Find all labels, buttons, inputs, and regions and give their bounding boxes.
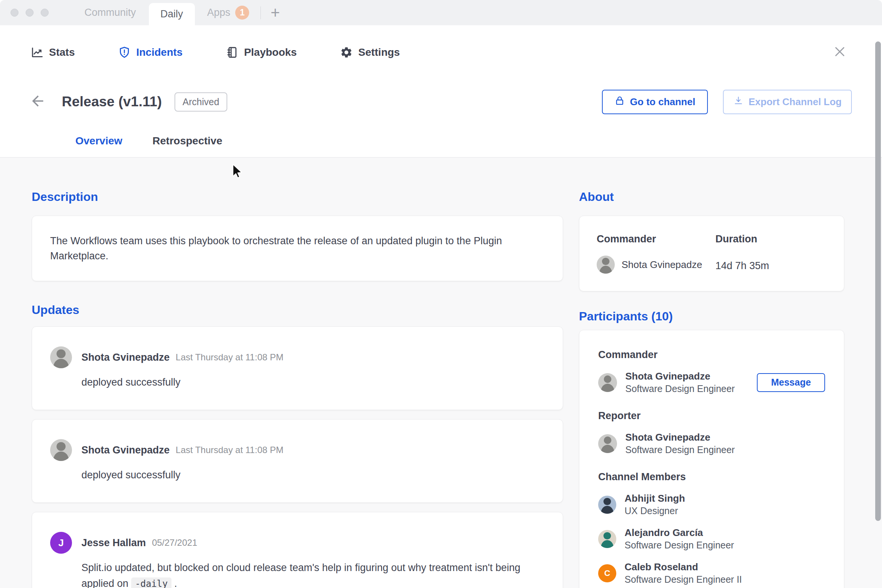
member-row: Abhijit Singh UX Designer — [598, 492, 825, 517]
update-post: Shota Gvinepadze Last Thursday at 11:08 … — [32, 326, 563, 410]
traffic-lights — [0, 0, 60, 25]
avatar — [598, 530, 616, 548]
avatar — [50, 346, 72, 368]
commander-name[interactable]: Shota Gvinepadze — [622, 259, 702, 271]
incident-header: Release (v1.11) Archived Go to channel E… — [0, 79, 882, 124]
inline-code: -daily — [131, 577, 172, 588]
member-role: Software Design Engineer — [625, 539, 734, 551]
message-button[interactable]: Message — [757, 373, 825, 392]
post-timestamp: Last Thursday at 11:08 PM — [176, 445, 283, 455]
participant-role: Software Design Engineer — [625, 444, 735, 456]
close-button[interactable] — [833, 45, 847, 60]
download-icon — [733, 95, 744, 109]
server-tab-apps[interactable]: Apps 1 — [195, 0, 261, 25]
nav-playbooks[interactable]: Playbooks — [226, 46, 297, 59]
update-post: J Jesse Hallam 05/27/2021 Split.io updat… — [32, 512, 563, 588]
description-card: The Workflows team uses this playbook to… — [32, 216, 563, 281]
close-icon — [833, 53, 847, 60]
page-title: Release (v1.11) — [62, 94, 162, 110]
new-tab-button[interactable]: + — [261, 0, 290, 25]
go-to-channel-button[interactable]: Go to channel — [602, 90, 708, 114]
member-row: Alejandro García Software Design Enginee… — [598, 526, 825, 551]
participant-row: Shota Gvinepadze Software Design Enginee… — [598, 431, 825, 456]
nav-stats-label: Stats — [49, 46, 75, 58]
commander-label: Commander — [598, 349, 825, 361]
participants-heading: Participants (10) — [579, 309, 844, 324]
post-timestamp: Last Thursday at 11:08 PM — [176, 352, 283, 363]
server-tab-apps-label: Apps — [207, 7, 231, 18]
channel-members-label: Channel Members — [598, 471, 825, 483]
go-to-channel-label: Go to channel — [630, 96, 695, 108]
incident-tabs: Overview Retrospective — [0, 124, 882, 158]
nav-settings-label: Settings — [358, 46, 400, 58]
shield-alert-icon — [118, 46, 131, 59]
avatar — [598, 373, 617, 392]
reporter-label: Reporter — [598, 410, 825, 422]
post-text: Split.io updated, but blocked on cloud r… — [81, 560, 545, 588]
description-heading: Description — [32, 189, 563, 204]
post-text: deployed successfully — [81, 374, 545, 390]
member-name[interactable]: Abhijit Singh — [625, 492, 685, 505]
window-zoom-light[interactable] — [41, 9, 49, 17]
about-heading: About — [579, 189, 844, 204]
nav-settings[interactable]: Settings — [340, 46, 400, 59]
avatar — [598, 434, 617, 453]
avatar: C — [598, 564, 616, 582]
gear-icon — [340, 46, 353, 59]
update-post: Shota Gvinepadze Last Thursday at 11:08 … — [32, 419, 563, 503]
mention-badge: 1 — [235, 6, 249, 20]
chart-line-icon — [31, 46, 44, 59]
participants-card: Commander Shota Gvinepadze Software Desi… — [579, 330, 844, 588]
participant-name[interactable]: Shota Gvinepadze — [625, 370, 735, 383]
export-channel-log-label: Export Channel Log — [749, 96, 842, 108]
scrollbar-thumb[interactable] — [875, 41, 881, 521]
avatar: J — [50, 532, 72, 554]
avatar — [50, 439, 72, 461]
playbook-icon — [226, 46, 239, 59]
window-titlebar: Community Daily Apps 1 + — [0, 0, 882, 25]
member-name[interactable]: Caleb Roseland — [625, 560, 742, 573]
updates-heading: Updates — [32, 302, 563, 317]
member-name[interactable]: Alejandro García — [625, 526, 734, 539]
avatar — [597, 256, 615, 274]
post-author[interactable]: Shota Gvinepadze — [81, 444, 170, 456]
post-author[interactable]: Shota Gvinepadze — [81, 352, 170, 363]
member-role: Software Design Engineer II — [625, 573, 742, 586]
archived-badge: Archived — [175, 92, 227, 112]
avatar — [598, 496, 616, 514]
window-close-light[interactable] — [11, 9, 18, 17]
nav-playbooks-label: Playbooks — [244, 46, 297, 58]
overview-content: Description The Workflows team uses this… — [0, 158, 882, 588]
post-text: deployed successfully — [81, 467, 545, 483]
back-button[interactable] — [29, 93, 46, 111]
export-channel-log-button[interactable]: Export Channel Log — [723, 90, 852, 114]
duration-value: 14d 7h 35m — [715, 260, 769, 272]
participant-name[interactable]: Shota Gvinepadze — [625, 431, 735, 444]
post-text-segment: . — [174, 578, 177, 588]
server-tab-community[interactable]: Community — [60, 0, 149, 25]
member-role: UX Designer — [625, 505, 685, 517]
nav-stats[interactable]: Stats — [31, 46, 75, 59]
tab-overview[interactable]: Overview — [60, 130, 138, 157]
post-timestamp: 05/27/2021 — [152, 537, 197, 548]
member-row: C Caleb Roseland Software Design Enginee… — [598, 560, 825, 586]
arrow-left-icon — [29, 93, 46, 111]
description-text: The Workflows team uses this playbook to… — [50, 233, 536, 263]
post-author[interactable]: Jesse Hallam — [81, 537, 146, 549]
nav-incidents[interactable]: Incidents — [118, 46, 182, 59]
about-card: Commander Shota Gvinepadze Duration 14d … — [579, 216, 844, 291]
duration-label: Duration — [715, 233, 769, 245]
participant-role: Software Design Engineer — [625, 383, 735, 395]
tab-retrospective[interactable]: Retrospective — [138, 130, 237, 157]
server-tab-daily[interactable]: Daily — [149, 3, 195, 25]
lock-icon — [614, 95, 625, 109]
app-navbar: Stats Incidents Playbooks — [0, 25, 882, 79]
commander-label: Commander — [597, 233, 715, 245]
nav-incidents-label: Incidents — [136, 46, 182, 58]
participant-row: Shota Gvinepadze Software Design Enginee… — [598, 370, 825, 395]
window-minimize-light[interactable] — [26, 9, 34, 17]
